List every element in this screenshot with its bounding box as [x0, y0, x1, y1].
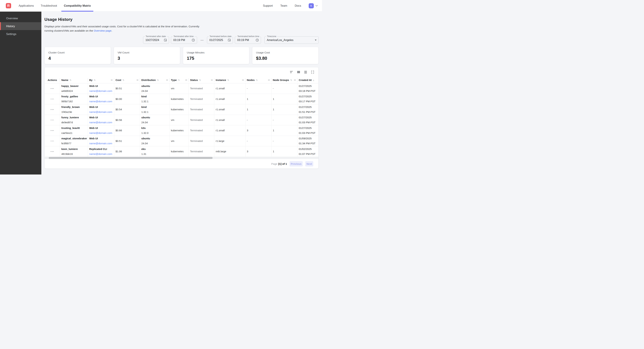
next-button[interactable]: Next [305, 161, 313, 166]
previous-button[interactable]: Previous [290, 161, 303, 166]
terminated-after-date-input[interactable]: Terminated after date 10/27/2024 [143, 36, 169, 44]
stat-card-usage-cost: Usage Cost$3.80 [252, 47, 318, 64]
terminated-before-date-input[interactable]: Terminated before date 01/27/2025 [207, 36, 233, 44]
cell-node_groups: 1 [272, 94, 298, 104]
cell-created_at: 01/27/202501:03 PM PST [298, 125, 318, 136]
column-menu-icon[interactable]: = [294, 78, 296, 81]
sort-icon[interactable]: ⇅ [178, 79, 180, 81]
timezone-select[interactable]: Timezone America/Los_Angeles [264, 36, 318, 44]
fullscreen-icon[interactable] [311, 70, 314, 74]
avatar[interactable]: K [309, 3, 314, 8]
column-header-name[interactable]: Name⇅ [60, 77, 88, 83]
row-actions-button[interactable] [50, 150, 55, 153]
column-label: Nodes [247, 78, 255, 81]
tab-troubleshoot[interactable]: Troubleshoot [38, 0, 60, 11]
row-actions-button[interactable] [50, 129, 55, 132]
user-email-link[interactable]: name@domain.com [89, 152, 113, 156]
user-email-link[interactable]: name@domain.com [89, 142, 113, 145]
row-actions-button[interactable] [50, 98, 55, 100]
column-menu-icon[interactable]: = [166, 78, 168, 81]
row-actions-button[interactable] [50, 119, 55, 121]
page-word: Page [271, 162, 278, 165]
sort-icon[interactable]: ⇅ [122, 79, 124, 81]
sort-icon[interactable]: ⇅ [70, 79, 72, 81]
terminated-after-time-input[interactable]: Terminated after time 03:19 PM [171, 36, 197, 44]
sort-icon[interactable]: ⇅ [227, 79, 229, 81]
cell-nodes: 3 [246, 146, 272, 157]
column-menu-icon[interactable]: = [111, 78, 113, 81]
cell-nodes: - [246, 136, 272, 146]
main-content: Usage History Displays prior clusters/VM… [41, 11, 322, 174]
column-header-by[interactable]: By⇅= [88, 77, 114, 83]
scrollbar-thumb[interactable] [49, 157, 212, 159]
columns-icon[interactable] [297, 70, 300, 74]
cell-name: happy_beavera48d9324 [60, 83, 88, 94]
account-menu[interactable]: K [309, 3, 318, 8]
cell-cost: $0.56 [114, 115, 140, 125]
nav-links: SupportTeamDocs [263, 4, 301, 7]
overview-page-link[interactable]: Overview page [94, 29, 112, 32]
app-logo[interactable]: R [6, 3, 11, 8]
cell-by: Web UIname@domain.com [88, 125, 114, 136]
column-menu-icon[interactable]: = [268, 78, 270, 81]
terminated-before-time-input[interactable]: Terminated before time 03:19 PM [235, 36, 261, 44]
cell-created_at: 01/02/202501:07 PM PST [298, 146, 318, 157]
user-email-link[interactable]: name@domain.com [89, 89, 113, 93]
clock-icon[interactable] [256, 38, 259, 42]
column-menu-icon[interactable]: = [211, 78, 213, 81]
sidebar-item-settings[interactable]: Settings [0, 30, 41, 38]
cell-cost: $0.51 [114, 83, 140, 94]
field-value: 03:19 PM [173, 38, 192, 42]
cell-node_groups: 1 [272, 104, 298, 115]
field-value: 10/27/2024 [146, 38, 164, 42]
column-header-nodes[interactable]: Nodes⇅= [246, 77, 272, 83]
column-header-node_groups[interactable]: Node Groups⇅= [272, 77, 298, 83]
sidebar-item-overview[interactable]: Overview [0, 14, 41, 22]
column-header-instance[interactable]: Instance⇅= [214, 77, 246, 83]
sort-icon[interactable]: ⇅ [157, 79, 159, 81]
user-email-link[interactable]: name@domain.com [89, 121, 113, 124]
filter-icon[interactable] [290, 70, 293, 74]
cell-created_at: 01/27/202503:17 PM PST [298, 94, 318, 104]
tab-compatibility-matrix[interactable]: Compatibility Matrix [61, 0, 94, 11]
column-menu-icon[interactable]: = [136, 78, 138, 81]
user-email-link[interactable]: name@domain.com [89, 131, 113, 135]
sort-icon[interactable]: ⇅ [199, 79, 201, 81]
row-actions-button[interactable] [50, 87, 55, 90]
user-email-link[interactable]: name@domain.com [89, 110, 113, 114]
column-header-cost[interactable]: Cost⇅= [114, 77, 140, 83]
nav-link-docs[interactable]: Docs [295, 4, 301, 7]
description-text: Displays prior clusters/VMs and their as… [44, 25, 199, 32]
table-row: frosty_galileo995b7182Web UIname@domain.… [44, 94, 318, 104]
stat-label: Usage Minutes [187, 51, 246, 54]
tab-applications[interactable]: Applications [16, 0, 36, 11]
calendar-icon[interactable] [164, 38, 167, 42]
cell-status: Terminated [189, 136, 214, 146]
calendar-icon[interactable] [228, 38, 231, 42]
column-header-distribution[interactable]: Distribution⇅= [140, 77, 170, 83]
row-actions-button[interactable] [50, 140, 55, 142]
nav-link-team[interactable]: Team [280, 4, 287, 7]
sort-icon[interactable]: ⇅ [94, 79, 96, 81]
nav-link-support[interactable]: Support [263, 4, 273, 7]
column-header-type[interactable]: Type⇅= [170, 77, 189, 83]
cell-distribution: kind1.32.1 [140, 104, 170, 115]
sidebar-item-history[interactable]: History [0, 22, 41, 30]
column-menu-icon[interactable]: = [185, 78, 187, 81]
column-header-created_at[interactable]: Created At↓ [298, 77, 318, 83]
row-actions-button[interactable] [50, 108, 55, 111]
sort-icon[interactable]: ⇅ [290, 79, 292, 81]
column-header-status[interactable]: Status⇅= [189, 77, 214, 83]
cell-actions [44, 115, 60, 125]
user-email-link[interactable]: name@domain.com [89, 100, 113, 103]
table-row: happy_beavera48d9324Web UIname@domain.co… [44, 83, 318, 94]
stats-cards: Cluster Count4VM Count3Usage Minutes175U… [44, 47, 318, 64]
sort-desc-icon[interactable]: ↓ [313, 78, 314, 81]
column-menu-icon[interactable]: = [242, 78, 244, 81]
sort-icon[interactable]: ⇅ [256, 79, 258, 81]
column-label: Distribution [141, 78, 156, 81]
clock-icon[interactable] [192, 38, 195, 42]
primary-tabs: ApplicationsTroubleshootCompatibility Ma… [15, 0, 94, 11]
page-title: Usage History [44, 17, 318, 22]
density-icon[interactable] [304, 70, 307, 74]
